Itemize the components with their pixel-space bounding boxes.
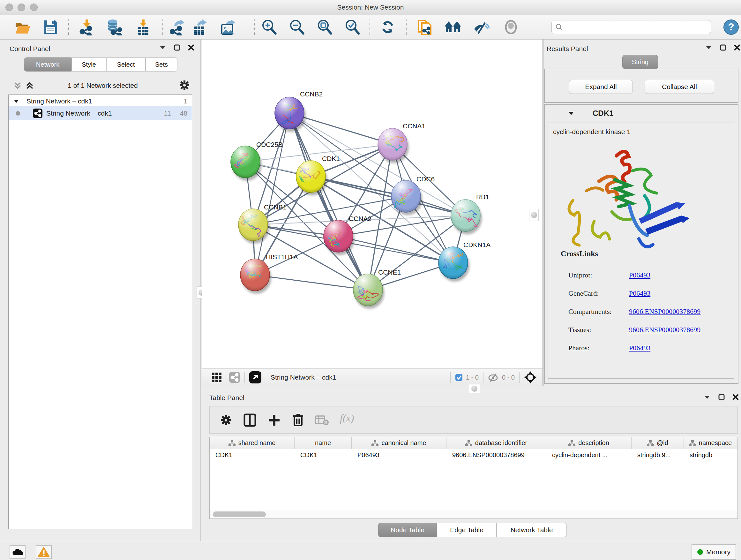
float-window-icon[interactable] [718, 394, 725, 401]
horizontal-splitter-handle[interactable] [468, 384, 480, 393]
column-header[interactable]: database identifier [447, 437, 546, 449]
zoom-out-button[interactable] [287, 18, 306, 36]
close-icon[interactable] [734, 44, 741, 51]
tab-sets[interactable]: Sets [145, 57, 178, 71]
node-HIST1H1A[interactable]: HIST1H1A [240, 253, 298, 294]
table-hscrollbar-thumb[interactable] [213, 511, 266, 517]
search-field[interactable] [551, 20, 711, 34]
toolbar-separator [68, 19, 69, 35]
import-table-button[interactable] [134, 18, 152, 36]
right-splitter-handle[interactable] [529, 209, 539, 221]
tissues-link[interactable]: 9606.ENSP00000378699 [629, 326, 700, 334]
open-folder-icon [14, 19, 31, 35]
import-network-from-database-button[interactable] [105, 18, 123, 36]
chevron-down-icon[interactable] [705, 44, 713, 51]
node-CDK1[interactable]: CDK1 [296, 155, 340, 195]
node-CCNA1[interactable]: CCNA1 [378, 122, 425, 163]
expand-all-chevrons-icon[interactable] [25, 81, 35, 90]
column-header[interactable]: name [294, 437, 352, 449]
table-hscrollbar[interactable] [210, 510, 737, 518]
share-view-icon[interactable] [229, 372, 240, 383]
save-session-button[interactable] [42, 18, 60, 36]
edge-CCNB2-CCNE1[interactable] [289, 113, 368, 290]
birdseye-view-button[interactable] [502, 18, 520, 36]
column-header[interactable]: @id [631, 437, 684, 449]
tab-node-table[interactable]: Node Table [378, 523, 437, 537]
column-header[interactable]: namespace [684, 437, 737, 449]
cell-name: CDK1 [294, 449, 352, 461]
tab-network-table[interactable]: Network Table [496, 523, 567, 537]
column-header[interactable]: canonical name [352, 437, 447, 449]
network-collection-row[interactable]: String Network – cdk1 1 [9, 96, 192, 106]
entry-header[interactable]: CDK1 [545, 105, 738, 122]
grid-view-icon[interactable] [211, 372, 222, 383]
collapse-all-button[interactable]: Collapse All [645, 80, 714, 94]
genecard-link[interactable]: P06493 [629, 289, 650, 297]
double-house-button[interactable] [444, 18, 462, 36]
table-row[interactable]: CDK1 CDK1 P06493 9606.ENSP00000378699 cy… [210, 449, 738, 461]
hide-graphics-details-button[interactable] [472, 18, 490, 36]
fit-content-button[interactable] [315, 18, 334, 36]
warnings-button[interactable] [36, 545, 52, 559]
node-CDC6[interactable]: CDC6 [391, 175, 434, 215]
float-window-icon[interactable] [720, 44, 727, 51]
automation-cloud-button[interactable] [10, 545, 25, 559]
float-window-icon[interactable] [174, 44, 181, 51]
memory-button[interactable]: Memory [691, 544, 736, 560]
collapse-all-chevrons-icon[interactable] [13, 81, 22, 90]
tab-edge-table[interactable]: Edge Table [437, 523, 496, 537]
birdseye-toggle-icon[interactable] [524, 371, 537, 384]
clone-network-button[interactable] [415, 18, 434, 36]
node-CDC25B[interactable]: CDC25B [231, 141, 283, 181]
export-network-button[interactable] [169, 18, 187, 36]
column-header[interactable]: description [546, 437, 631, 449]
table-gear-icon[interactable] [220, 414, 232, 426]
node-CDKN1A[interactable]: CDKN1A [439, 241, 490, 282]
compartments-link[interactable]: 9606.ENSP00000378699 [629, 307, 700, 315]
import-network-button[interactable] [77, 18, 96, 36]
column-header[interactable]: shared name [210, 437, 294, 449]
crosslink-label: Uniprot: [568, 266, 612, 284]
expand-all-button[interactable]: Expand All [569, 80, 633, 94]
toolbar-separator [406, 19, 407, 35]
export-table-button[interactable] [191, 18, 209, 36]
tab-select[interactable]: Select [106, 57, 145, 71]
tab-style[interactable]: Style [71, 57, 106, 71]
edge-CCNB2-HIST1H1A[interactable] [255, 113, 289, 275]
chevron-down-icon[interactable] [159, 44, 166, 51]
network-row-selected[interactable]: String Network – cdk1 11 48 [9, 106, 192, 120]
detach-view-icon[interactable] [249, 371, 261, 383]
node-RB1[interactable]: RB1 [451, 193, 489, 234]
uniprot-link[interactable]: P06493 [629, 271, 650, 279]
show-columns-icon[interactable] [244, 414, 256, 427]
close-icon[interactable] [732, 394, 739, 401]
zoom-selected-button[interactable] [343, 18, 361, 36]
zoom-in-button[interactable] [260, 18, 278, 36]
collection-expand-triangle-icon[interactable] [13, 98, 19, 105]
entry-expand-triangle-icon[interactable] [568, 110, 575, 117]
tab-network[interactable]: Network [24, 57, 71, 71]
search-input[interactable] [563, 23, 708, 31]
tab-string[interactable]: String [622, 55, 658, 69]
refresh-button[interactable] [379, 18, 397, 36]
pharos-link[interactable]: P06493 [629, 344, 650, 352]
export-image-button[interactable] [219, 18, 238, 36]
edge-HIST1H1A-CCNE1[interactable] [255, 275, 368, 290]
selected-checkbox-icon[interactable] [455, 374, 463, 381]
hidden-eye-slash-icon[interactable] [488, 373, 499, 382]
close-icon[interactable] [188, 44, 195, 51]
delete-trash-icon[interactable] [292, 413, 304, 427]
results-buttons-box: Expand All Collapse All [544, 69, 738, 103]
node-CCNB2[interactable]: CCNB2 [275, 90, 323, 132]
help-button[interactable]: ? [722, 18, 740, 36]
gear-icon[interactable] [179, 79, 190, 91]
network-graph[interactable]: CCNB2CCNA1CDC25BCDK1CDC6RB1CCNB1CCNA2CDK… [202, 40, 542, 369]
node-gloss [231, 146, 260, 178]
table-header-row: shared name name canonical name database… [210, 437, 738, 449]
edge-CCNA2-CDKN1A[interactable] [338, 236, 453, 263]
main-toolbar: ? [0, 15, 741, 40]
open-session-button[interactable] [13, 18, 32, 36]
add-column-plus-icon[interactable] [268, 414, 280, 427]
network-canvas[interactable]: CCNB2CCNA1CDC25BCDK1CDC6RB1CCNB1CCNA2CDK… [202, 39, 542, 368]
chevron-down-icon[interactable] [703, 393, 711, 401]
